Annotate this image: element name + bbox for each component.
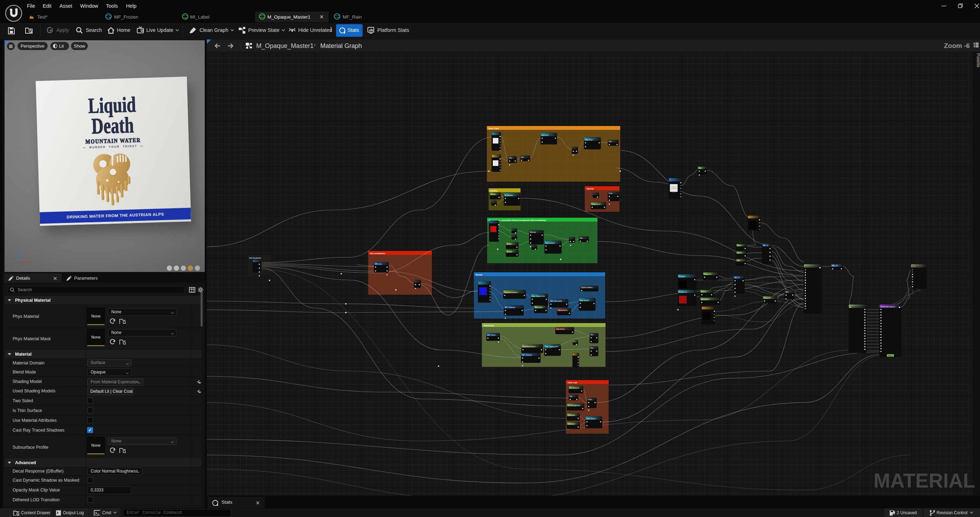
svg-text:Metal: Metal [491,193,496,195]
svg-text:Sat: Sat [521,156,524,158]
svg-text:CC Amount: CC Amount [570,387,579,389]
svg-text:NoiseStr: NoiseStr [764,297,771,299]
svg-text:Sw: Sw [591,334,593,336]
svg-text:Dirt contribution: Dirt contribution [370,252,385,255]
svg-text:Use ClearC: Use ClearC [580,299,589,301]
svg-text:Opacity Int: Opacity Int [592,203,601,205]
svg-text:Sw: Sw [591,347,593,349]
svg-text:NormalInt: NormalInt [535,306,543,309]
svg-text:Is Metallic: Is Metallic [505,194,513,196]
svg-text:X: X [29,260,32,264]
svg-text:CC Roughness: CC Roughness [568,404,581,406]
svg-text:Lerp: Lerp [609,192,612,194]
svg-text:Anisotropy: Anisotropy [484,325,494,326]
svg-text:TransformVector: TransformVector [523,345,536,348]
svg-text:Remap: Remap [530,231,536,233]
svg-text:Mul: Mul [786,291,789,293]
svg-text:MF_Tiplanar: MF_Tiplanar [505,306,515,309]
svg-text:Use ClearC: Use ClearC [546,242,555,244]
svg-text:Z: Z [20,250,22,253]
svg-text:Use Tint: Use Tint [542,134,549,136]
svg-text:MF_Tiplanar: MF_Tiplanar [522,354,532,356]
svg-text:Mul: Mul [509,157,512,159]
svg-text:MF_S: MF_S [764,244,768,247]
svg-text:VertexNorm: VertexNorm [558,309,568,311]
svg-text:BSDF: BSDF [888,355,893,357]
svg-text:R Max: R Max [507,251,512,253]
svg-text:Noise: Noise [737,252,742,254]
svg-text:Normal: Normal [476,274,483,276]
svg-text:BottleRefl: BottleRefl [702,298,710,300]
svg-text:MF_Imp: MF_Imp [375,263,382,265]
svg-text:BreakMaterialAttr: BreakMaterialAttr [850,305,864,308]
svg-text:Use ClearC: Use ClearC [587,418,596,420]
svg-text:TransformVector: TransformVector [504,291,518,293]
svg-text:Sat: Sat [580,237,583,239]
svg-text:Lerp: Lerp [589,398,592,401]
svg-text:Sat: Sat [570,395,573,397]
svg-text:MF_Aniso: MF_Aniso [488,334,496,336]
svg-text:Clear coat: Clear coat [568,382,577,383]
svg-text:Var: Var [737,259,740,261]
svg-text:Streaks: Streaks [679,275,685,278]
svg-text:ShModel: ShModel [568,414,575,416]
svg-text:MakeMaterialAttr: MakeMaterialAttr [805,265,819,267]
svg-text:Use Object UVs: Use Object UVs [532,295,545,297]
svg-text:MF_Fr: MF_Fr [735,277,740,278]
svg-text:Add Dust: Add Dust [585,138,593,141]
svg-text:Base Color: Base Color [488,127,499,129]
svg-text:*: * [894,512,895,515]
svg-text:Mul: Mul [699,167,702,169]
svg-text:Expon: Expon [702,291,706,293]
svg-text:Y: Y [15,255,18,259]
svg-text:R Min: R Min [507,243,512,245]
svg-text:MF_AT: MF_AT [832,265,838,267]
svg-text:M_Opaque_Mas: M_Opaque_Mas [912,265,926,267]
svg-text:UV Controls: UV Controls [249,257,261,259]
svg-text:ClearCoatBott: ClearCoatBott [581,286,593,288]
svg-text:Sat: Sat [609,140,612,142]
svg-text:Noise Int: Noise Int [704,273,711,275]
svg-text:Frozen Int: Frozen Int [679,291,687,293]
svg-text:SubstrateLegacyC: SubstrateLegacyC [881,305,896,308]
svg-text:MF_NormalStr: MF_NormalStr [550,300,562,302]
svg-text:ShModel: ShModel [568,423,575,425]
svg-text:Opacity: Opacity [587,188,594,190]
svg-text:Use Aniso: Use Aniso [557,328,565,330]
svg-text:Metallic: Metallic [490,190,498,192]
svg-text:Spec: Spec [737,244,741,247]
